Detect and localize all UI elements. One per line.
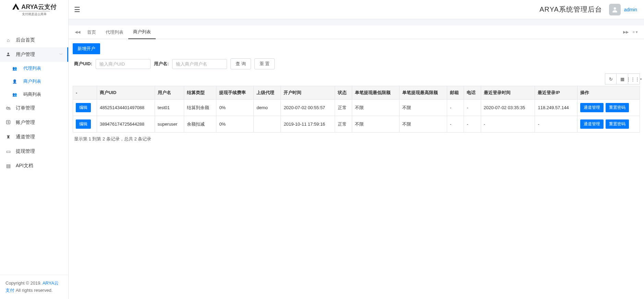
sidebar-sub-merchants[interactable]: 👤 商户列表 <box>7 75 68 88</box>
cell-fee: 0% <box>216 116 254 133</box>
logo-brand: ARYA云支付 <box>21 3 57 11</box>
sidebar-item-users[interactable]: 用户管理 ﹀ <box>0 47 68 62</box>
edit-button[interactable]: 编辑 <box>76 103 91 112</box>
sidebar-item-home[interactable]: ⌂ 后台首页 <box>0 33 68 47</box>
th-fee[interactable]: 提现手续费率 <box>216 86 254 100</box>
reset-password-button[interactable]: 重置密码 <box>606 103 629 112</box>
system-title: ARYA系统管理后台 <box>539 5 602 14</box>
th-actions[interactable]: 操作 <box>577 86 640 100</box>
columns-icon[interactable]: ⋮⋮⋮▾ <box>628 73 640 84</box>
th-max[interactable]: 单笔提现最高限额 <box>399 86 447 100</box>
hamburger-icon[interactable]: ☰ <box>74 5 80 14</box>
cell-username: superuser <box>155 116 184 133</box>
cell-parent: demo <box>254 100 281 116</box>
uid-input[interactable] <box>96 59 151 69</box>
cell-last-login: - <box>481 116 535 133</box>
sidebar-item-label: 账户管理 <box>16 119 35 126</box>
cell-settle: 结算到余额 <box>184 100 216 116</box>
cell-min: 不限 <box>352 116 399 133</box>
th-edit[interactable]: - <box>73 86 97 100</box>
tabs-menu-icon[interactable]: ≡ ▾ <box>631 30 640 34</box>
th-email[interactable]: 邮箱 <box>447 86 464 100</box>
reset-password-button[interactable]: 重置密码 <box>606 119 629 129</box>
sidebar-item-label: 用户管理 <box>16 51 35 58</box>
sidebar-item-channels[interactable]: ♜ 通道管理 <box>0 130 68 144</box>
th-last-ip[interactable]: 最近登录IP <box>535 86 577 100</box>
cell-open-time: 2020-07-02 00:55:57 <box>281 100 335 116</box>
nav: ⌂ 后台首页 用户管理 ﹀ 👥 代理列表 👤 商户列表 <box>0 19 68 275</box>
cell-min: 不限 <box>352 100 399 116</box>
tab-agent-list[interactable]: 代理列表 <box>101 26 128 39</box>
tabs-next-icon[interactable]: ▶▶ <box>621 30 631 34</box>
cell-uid: 389476174725644288 <box>97 116 155 133</box>
sidebar-sub-label: 代理列表 <box>23 65 41 71</box>
sidebar-item-label: 后台首页 <box>16 37 35 43</box>
main: ☰ ARYA系统管理后台 admin ◀◀ 首页 代理列表 商户列表 ▶▶ ≡ … <box>69 0 644 299</box>
sidebar-item-label: API文档 <box>16 163 33 169</box>
sidebar-sub-agents[interactable]: 👥 代理列表 <box>7 62 68 75</box>
table-header-row: - 商户UID 用户名 结算类型 提现手续费率 上级代理 开户时间 状态 单笔提… <box>73 86 640 100</box>
topbar: ☰ ARYA系统管理后台 admin <box>69 0 644 19</box>
th-open-time[interactable]: 开户时间 <box>281 86 335 100</box>
avatar-icon <box>611 6 618 13</box>
cell-status: 正常 <box>335 116 352 133</box>
th-status[interactable]: 状态 <box>335 86 352 100</box>
th-last-login[interactable]: 最近登录时间 <box>481 86 535 100</box>
home-icon: ⌂ <box>5 37 11 43</box>
tower-icon: ♜ <box>5 134 11 140</box>
person-plus-icon: 👥 <box>12 92 17 97</box>
sidebar-item-withdraw[interactable]: ▭ 提现管理 <box>0 144 68 159</box>
username-input[interactable] <box>172 59 227 69</box>
tab-home[interactable]: 首页 <box>82 26 101 39</box>
card-icon: ▭ <box>5 149 11 154</box>
logo: ARYA云支付 支付就是这么简单 <box>0 0 68 19</box>
cell-email: - <box>447 116 464 133</box>
cell-username: test01 <box>155 100 184 116</box>
th-settle[interactable]: 结算类型 <box>184 86 216 100</box>
th-username[interactable]: 用户名 <box>155 86 184 100</box>
sidebar-sub-code-merchants[interactable]: 👥 码商列表 <box>7 88 68 101</box>
query-button[interactable]: 查 询 <box>230 58 251 69</box>
sidebar: ARYA云支付 支付就是这么简单 ⌂ 后台首页 用户管理 ﹀ 👥 代理列表 <box>0 0 69 299</box>
sidebar-item-accounts[interactable]: $ 账户管理 <box>0 115 68 130</box>
cell-phone: - <box>464 100 481 116</box>
bag-icon: 🛍 <box>5 105 11 111</box>
cell-email: - <box>447 100 464 116</box>
th-parent[interactable]: 上级代理 <box>254 86 281 100</box>
avatar[interactable] <box>609 4 621 15</box>
sidebar-footer: Copyright © 2019. ARYA云支付 All rights res… <box>0 275 68 299</box>
tab-merchant-list[interactable]: 商户列表 <box>128 25 156 39</box>
new-account-button[interactable]: 新增开户 <box>73 43 100 54</box>
tabs-row: ◀◀ 首页 代理列表 商户列表 ▶▶ ≡ ▾ <box>69 25 644 39</box>
sidebar-item-api[interactable]: ▤ API文档 <box>0 159 68 173</box>
sidebar-item-orders[interactable]: 🛍 订单管理 <box>0 101 68 115</box>
merchant-table: - 商户UID 用户名 结算类型 提现手续费率 上级代理 开户时间 状态 单笔提… <box>73 86 640 133</box>
th-phone[interactable]: 电话 <box>464 86 481 100</box>
sidebar-item-label: 通道管理 <box>16 134 35 140</box>
svg-point-3 <box>614 7 616 10</box>
cell-last-ip: - <box>535 116 577 133</box>
sidebar-item-label: 提现管理 <box>16 148 35 154</box>
tabs-prev-icon[interactable]: ◀◀ <box>73 30 82 34</box>
cell-last-login: 2020-07-02 03:35:35 <box>481 100 535 116</box>
chevron-down-icon: ﹀ <box>59 52 63 57</box>
footer-rights: All rights reserved. <box>16 288 53 293</box>
logo-icon <box>12 3 20 11</box>
th-min[interactable]: 单笔提现最低限额 <box>352 86 399 100</box>
search-row: 商户UID: 用户名: 查 询 重 置 <box>73 54 640 73</box>
doc-icon: ▤ <box>5 163 11 169</box>
refresh-icon[interactable]: ↻ <box>605 73 617 84</box>
channel-manage-button[interactable]: 通道管理 <box>580 103 604 112</box>
username-link[interactable]: admin <box>624 7 637 12</box>
gap-strip <box>69 19 644 25</box>
table-toolbar: ↻ ▦ ⋮⋮⋮▾ <box>73 73 640 84</box>
edit-button[interactable]: 编辑 <box>76 119 91 129</box>
th-uid[interactable]: 商户UID <box>97 86 155 100</box>
cell-open-time: 2019-10-11 17:59:16 <box>281 116 335 133</box>
person-icon: 👤 <box>12 79 17 84</box>
cell-max: 不限 <box>399 100 447 116</box>
content: 新增开户 商户UID: 用户名: 查 询 重 置 ↻ ▦ ⋮⋮⋮▾ - 商户UI… <box>69 39 644 299</box>
reset-button[interactable]: 重 置 <box>254 58 275 69</box>
uid-label: 商户UID: <box>74 61 92 67</box>
channel-manage-button[interactable]: 通道管理 <box>580 119 604 129</box>
